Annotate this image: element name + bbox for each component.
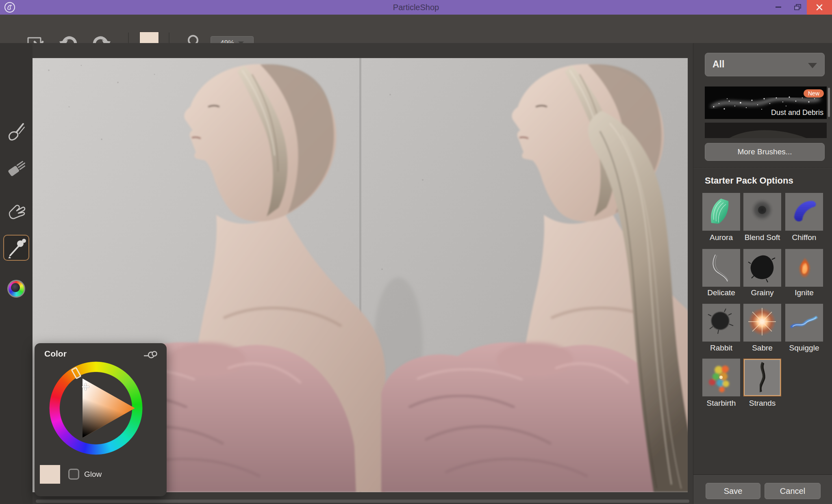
brush-tile-delicate[interactable] [702,249,740,287]
close-icon [816,4,823,11]
new-badge: New [804,89,824,97]
horizontal-scrollbar[interactable] [36,500,689,503]
pushpin-icon[interactable] [143,349,158,360]
more-brushes-label: More Brushes... [737,147,792,156]
window-title: ParticleShop [0,0,832,15]
brush-tile-blend-soft[interactable] [743,193,781,231]
brush-label-strands[interactable]: Strands [738,399,787,408]
brush-label-ignite[interactable]: Ignite [780,288,829,297]
minimize-button[interactable] [768,0,789,15]
save-button[interactable]: Save [706,483,760,499]
minimize-icon [776,6,781,8]
brush-list-scrollbar[interactable] [828,88,830,117]
restore-button[interactable] [789,0,807,15]
brush-label-squiggle[interactable]: Squiggle [780,344,829,353]
close-button[interactable] [807,0,832,15]
saturation-selector[interactable] [82,383,89,390]
glow-label: Glow [84,470,102,479]
color-panel: Color [35,343,167,496]
starter-pack-heading: Starter Pack Options [705,175,793,186]
brush-filter-value: All [713,59,724,70]
color-wheel-button[interactable] [7,280,25,298]
brush-label-chiffon[interactable]: Chiffon [780,233,829,242]
brush-tile-grainy[interactable] [743,249,781,287]
divider [693,167,832,168]
brush-tile-rabbit[interactable] [702,304,740,342]
brush-tile-starbirth[interactable] [702,359,740,396]
brush-panel: All New Dust and Debris [693,43,832,504]
cancel-label: Cancel [780,487,805,496]
restore-icon [794,4,802,11]
panel-footer: Save Cancel [693,474,832,504]
eraser-tool-button[interactable] [6,157,27,178]
brush-tile-strands[interactable] [743,359,781,396]
glow-checkbox[interactable] [68,469,79,480]
eyedropper-tool-button[interactable] [3,235,29,261]
brush-tile-squiggle[interactable] [785,304,823,342]
featured-brush-label: Dust and Debris [771,108,823,117]
brush-tile-ignite[interactable] [785,249,823,287]
brush-tool-button[interactable] [6,120,27,141]
next-brush-preview-partial[interactable] [705,123,827,138]
color-wheel[interactable] [49,361,143,455]
picked-color-swatch[interactable] [40,465,60,484]
brush-tile-sabre[interactable] [743,304,781,342]
tool-sidebar: ? [0,43,33,504]
featured-brush-dust-and-debris[interactable]: New Dust and Debris [705,87,827,119]
chevron-down-icon [808,63,817,68]
brush-filter-dropdown[interactable]: All [705,53,825,76]
brush-tile-aurora[interactable] [702,193,740,231]
brush-tile-chiffon[interactable] [785,193,823,231]
toolbar: 49% [0,15,832,43]
color-panel-title: Color [44,349,67,359]
more-brushes-button[interactable]: More Brushes... [705,143,825,161]
saturation-triangle[interactable] [49,361,143,455]
cancel-button[interactable]: Cancel [765,483,821,499]
eyedropper-icon [6,237,27,258]
save-label: Save [724,487,743,496]
titlebar: ParticleShop [0,0,832,15]
particleshop-window: ParticleShop [0,0,832,504]
smudge-hand-tool-button[interactable] [6,199,27,221]
